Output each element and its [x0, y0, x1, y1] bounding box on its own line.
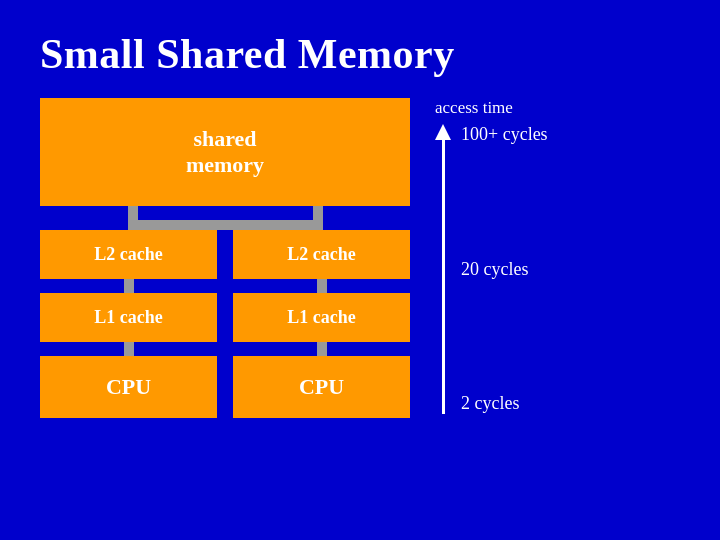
connector-v-l1-cpu-2	[317, 342, 327, 356]
l1-cache-1: L1 cache	[40, 293, 217, 342]
l1-cache-2: L1 cache	[233, 293, 410, 342]
connector-v-l2-l1-1	[124, 279, 134, 293]
arrow-head-icon	[435, 124, 451, 140]
legend-panel: access time 100+ cycles 20 cycles 2 cycl…	[435, 98, 548, 414]
shared-memory-box: sharedmemory	[40, 98, 410, 206]
cpu-column-2: L2 cache L1 cache CPU	[233, 230, 410, 418]
arrow-shaft	[442, 140, 445, 414]
cpu-column-1: L2 cache L1 cache CPU	[40, 230, 217, 418]
cpu-box-2: CPU	[233, 356, 410, 418]
legend-content: 100+ cycles 20 cycles 2 cycles	[435, 124, 548, 414]
bridge-v-right	[313, 206, 323, 230]
bridge-v-left	[128, 206, 138, 230]
l2-cache-1: L2 cache	[40, 230, 217, 279]
shared-memory-label: sharedmemory	[186, 126, 264, 177]
diagram: sharedmemory L2 cache L1 cache CPU	[40, 98, 410, 418]
slide-title: Small Shared Memory	[40, 30, 680, 78]
legend-label-20: 20 cycles	[461, 259, 548, 280]
l2-cache-2: L2 cache	[233, 230, 410, 279]
main-content: sharedmemory L2 cache L1 cache CPU	[40, 98, 680, 418]
arrow-container	[435, 124, 451, 414]
legend-label-2: 2 cycles	[461, 393, 548, 414]
legend-labels: 100+ cycles 20 cycles 2 cycles	[461, 124, 548, 414]
bridge-connector	[40, 206, 410, 230]
slide: Small Shared Memory sharedmemory L2 cach…	[0, 0, 720, 540]
legend-label-100: 100+ cycles	[461, 124, 548, 145]
cpu-box-1: CPU	[40, 356, 217, 418]
connector-v-l1-cpu-1	[124, 342, 134, 356]
connector-v-l2-l1-2	[317, 279, 327, 293]
legend-title: access time	[435, 98, 513, 118]
two-column-row: L2 cache L1 cache CPU L2 cache L1 cache …	[40, 230, 410, 418]
bridge-h-bar	[128, 220, 323, 230]
